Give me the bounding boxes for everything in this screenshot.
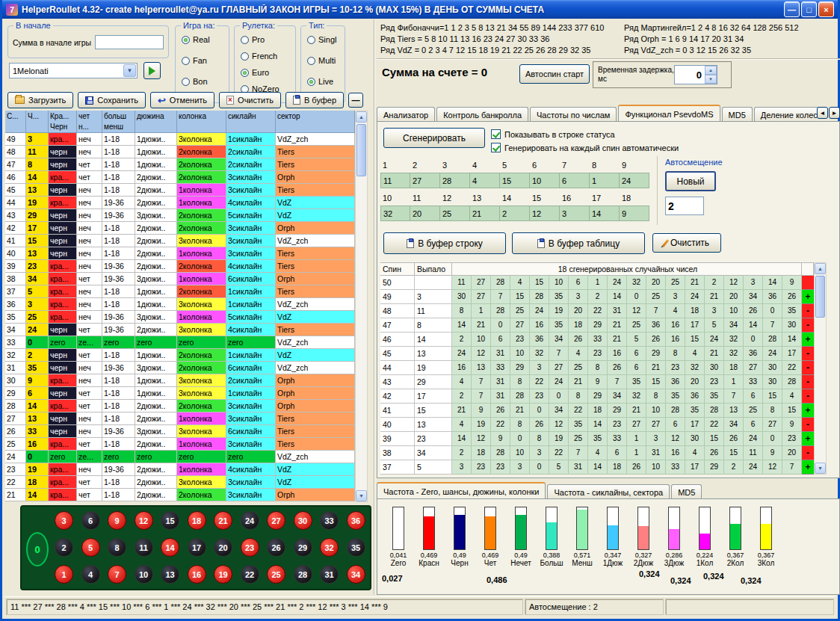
board-number-0[interactable]: 0 bbox=[26, 532, 49, 566]
board-number-13[interactable]: 13 bbox=[161, 565, 179, 584]
board-number-19[interactable]: 19 bbox=[214, 565, 232, 584]
spins-row[interactable]: 478142102716351829212536161753414730- bbox=[380, 318, 814, 333]
spins-row[interactable]: 38342182810322746131164261511920- bbox=[380, 446, 814, 460]
history-row[interactable]: 330zeroze...zerozerozerozeroVdZ_zch bbox=[5, 336, 355, 349]
history-row[interactable]: 2218кра...чет1-182дюжи..3колонка3сиклайн… bbox=[5, 476, 355, 489]
radio-wheel-euro[interactable]: Euro bbox=[241, 68, 269, 77]
radio-wheel-french[interactable]: French bbox=[241, 52, 277, 61]
board-number-36[interactable]: 36 bbox=[347, 511, 365, 530]
board-number-10[interactable]: 10 bbox=[135, 565, 153, 584]
spins-row[interactable]: 461421062336342633215261615243202814+ bbox=[380, 333, 814, 347]
board-number-1[interactable]: 1 bbox=[55, 565, 73, 584]
board-number-16[interactable]: 16 bbox=[188, 565, 206, 584]
collapse-button[interactable]: — bbox=[348, 93, 363, 108]
profile-combobox[interactable]: 1Melonati ▼ bbox=[9, 63, 138, 78]
board-number-8[interactable]: 8 bbox=[108, 538, 126, 557]
board-number-12[interactable]: 12 bbox=[135, 511, 153, 530]
scroll-up-icon[interactable]: ▲ bbox=[356, 111, 367, 123]
tab-scroll-left-icon[interactable]: ◄ bbox=[817, 107, 828, 119]
delay-spinner[interactable]: 0 ▲ ▼ bbox=[674, 65, 717, 84]
scroll-up-icon[interactable]: ▲ bbox=[815, 263, 826, 274]
tab-5[interactable]: Деление колеса на bbox=[754, 107, 819, 122]
board-number-18[interactable]: 18 bbox=[188, 511, 206, 530]
radio-game-fan[interactable]: Fan bbox=[182, 56, 207, 65]
board-number-15[interactable]: 15 bbox=[161, 511, 179, 530]
start-sum-input[interactable] bbox=[95, 35, 164, 49]
spins-row[interactable]: 40134192282612351423272761722346279- bbox=[380, 418, 814, 432]
board-number-34[interactable]: 34 bbox=[347, 565, 365, 584]
spins-row[interactable]: 4811812825241920223112741831026035- bbox=[380, 304, 814, 318]
clear-button[interactable]: Очистить bbox=[219, 92, 281, 108]
board-number-14[interactable]: 14 bbox=[161, 538, 179, 557]
generate-button[interactable]: Сгенерировать bbox=[383, 128, 485, 148]
radio-game-bon[interactable]: Bon bbox=[182, 77, 208, 86]
history-row[interactable]: 2319кра...неч19-362дюжи..1колонка4сиклай… bbox=[5, 463, 355, 476]
board-number-7[interactable]: 7 bbox=[108, 565, 126, 584]
history-row[interactable]: 2633черннеч19-363дюжи..3колонка6сиклайнT… bbox=[5, 425, 355, 438]
board-number-4[interactable]: 4 bbox=[81, 565, 100, 584]
history-scrollbar-thumb[interactable] bbox=[356, 124, 366, 176]
chevron-down-icon[interactable]: ▼ bbox=[123, 64, 136, 77]
clear-generator-button[interactable]: Очистить bbox=[652, 233, 721, 253]
history-row[interactable]: 240zeroze...zerozerozerozeroVdZ_zch bbox=[5, 451, 355, 463]
history-row[interactable]: 322чернчет1-181дюжи..2колонка1сиклайнVdZ bbox=[5, 349, 355, 362]
board-number-27[interactable]: 27 bbox=[267, 511, 285, 530]
radio-type-singl[interactable]: Singl bbox=[307, 35, 336, 44]
history-row[interactable]: 4513черннеч1-182дюжи..1колонка3сиклайнTi… bbox=[5, 184, 355, 197]
load-button[interactable]: Загрузить bbox=[7, 92, 73, 108]
tab-4[interactable]: MD5 bbox=[722, 107, 753, 122]
board-number-11[interactable]: 11 bbox=[135, 538, 153, 557]
board-number-31[interactable]: 31 bbox=[320, 565, 339, 584]
spins-row[interactable]: 4419161333293272582662123323018273022- bbox=[380, 361, 814, 375]
history-scrollbar[interactable]: ▲ ▼ bbox=[355, 111, 368, 502]
history-row[interactable]: 4419кра...неч19-362дюжи..1колонка4сиклай… bbox=[5, 197, 355, 209]
radio-type-multi[interactable]: Multi bbox=[307, 56, 336, 65]
history-row[interactable]: 3525кра...неч19-363дюжи..1колонка5сиклай… bbox=[5, 311, 355, 324]
spins-row[interactable]: 50112728415106124322025212123149 bbox=[380, 276, 814, 290]
freq-tab-1[interactable]: Частота - сиклайны, сектора bbox=[547, 484, 670, 499]
board-number-33[interactable]: 33 bbox=[320, 511, 339, 530]
board-number-23[interactable]: 23 bbox=[241, 538, 259, 557]
history-row[interactable]: 3135черннеч19-363дюжи..2колонка6сиклайнV… bbox=[5, 362, 355, 374]
save-button[interactable]: Сохранить bbox=[78, 92, 146, 108]
copy-table-button[interactable]: В буфер таблицу bbox=[512, 232, 645, 254]
history-row[interactable]: 4217черннеч1-182дюжи..2колонка3сиклайнOr… bbox=[5, 222, 355, 235]
history-row[interactable]: 4115черннеч1-182дюжи..3колонка3сиклайнVd… bbox=[5, 235, 355, 247]
spins-row[interactable]: 3923141290819253533131230152624023+ bbox=[380, 432, 814, 446]
spins-row[interactable]: 4933027715283532140253242120343626+ bbox=[380, 290, 814, 304]
history-row[interactable]: 309кра...неч1-181дюжи..3колонка2сиклайнO… bbox=[5, 374, 355, 387]
undo-button[interactable]: ↩Отменить bbox=[150, 92, 214, 108]
history-row[interactable]: 4013черннеч1-182дюжи..1колонка3сиклайнTi… bbox=[5, 247, 355, 260]
history-row[interactable]: 4329черннеч19-363дюжи..2колонка5сиклайнV… bbox=[5, 209, 355, 222]
history-row[interactable]: 375кра...неч1-181дюжи..2колонка1сиклайнT… bbox=[5, 285, 355, 298]
freq-tab-2[interactable]: MD5 bbox=[671, 484, 702, 499]
spinner-up-icon[interactable]: ▲ bbox=[705, 66, 717, 75]
board-number-32[interactable]: 32 bbox=[320, 538, 339, 557]
play-button[interactable] bbox=[143, 62, 161, 79]
history-row[interactable]: 2516кра...чет1-182дюжи..1колонка3сиклайн… bbox=[5, 438, 355, 451]
history-row[interactable]: 2114кра...чет1-182дюжи..2колонка3сиклайн… bbox=[5, 489, 355, 501]
board-number-5[interactable]: 5 bbox=[81, 538, 100, 557]
spins-row[interactable]: 42172731282308293432835363576154- bbox=[380, 389, 814, 404]
minimize-button[interactable]: — bbox=[784, 1, 800, 17]
history-row[interactable]: 493кра...неч1-181дюжи..3колонка1сиклайнV… bbox=[5, 133, 355, 146]
spinner-down-icon[interactable]: ▼ bbox=[705, 75, 717, 84]
history-row[interactable]: 3424чернчет19-362дюжи..3колонка4сиклайнT… bbox=[5, 324, 355, 336]
close-button[interactable]: × bbox=[818, 1, 834, 17]
copy-buffer-button[interactable]: В буфер bbox=[285, 92, 344, 108]
spins-row[interactable]: 4115219262103422182921102835281325815+ bbox=[380, 404, 814, 418]
board-number-25[interactable]: 25 bbox=[267, 565, 285, 584]
board-number-9[interactable]: 9 bbox=[108, 511, 126, 530]
board-number-24[interactable]: 24 bbox=[241, 511, 259, 530]
board-number-3[interactable]: 3 bbox=[55, 511, 73, 530]
board-number-21[interactable]: 21 bbox=[214, 511, 232, 530]
auto-generate-checkbox[interactable]: Генерировать на каждый спин автоматическ… bbox=[491, 143, 679, 152]
history-row[interactable]: 3923кра...неч19-362дюжи..2колонка4сиклай… bbox=[5, 260, 355, 273]
history-row[interactable]: 363кра...неч1-181дюжи..3колонка1сиклайнV… bbox=[5, 298, 355, 311]
freq-tab-0[interactable]: Частота - Zero, шансы, дюжины, колонки bbox=[377, 482, 546, 499]
history-row[interactable]: 296чернчет1-181дюжи..3колонка1сиклайнOrp… bbox=[5, 387, 355, 400]
history-row[interactable]: 478чернчет1-181дюжи..2колонка2сиклайнTie… bbox=[5, 158, 355, 171]
board-number-17[interactable]: 17 bbox=[188, 538, 206, 557]
tab-2[interactable]: Частоты по числам bbox=[530, 107, 617, 122]
spins-scrollbar-thumb[interactable] bbox=[815, 276, 825, 318]
